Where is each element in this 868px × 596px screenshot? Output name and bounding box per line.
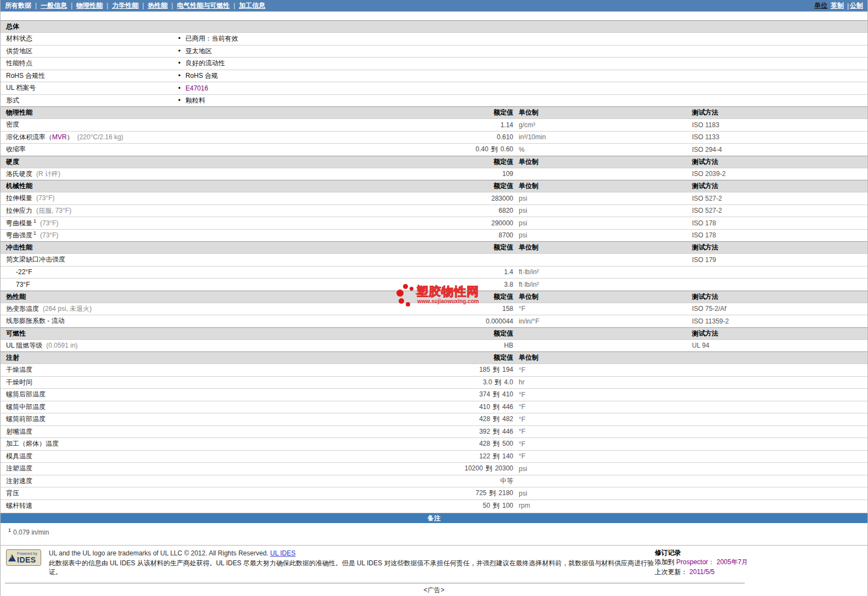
units-label[interactable]: 单位 [814, 1, 827, 10]
property-condition: (R 计秤) [36, 170, 60, 178]
col-header-unit: 单位制 [514, 181, 688, 191]
unit-cell: psi [514, 207, 688, 214]
nav-item-0[interactable]: 所有数据 [5, 2, 31, 9]
rated-value: 428 [479, 415, 490, 423]
rated-value-cell: 374到410 [456, 390, 514, 399]
rated-value: 0.000044 [486, 317, 513, 325]
property-label: 收缩率 [6, 145, 26, 153]
property-label-cell: 材料状态 [1, 34, 173, 43]
property-label: 热变形温度 [6, 305, 39, 313]
table-row: 材料状态•已商用：当前有效 [1, 32, 867, 45]
property-label: 加工（熔体）温度 [6, 440, 59, 447]
property-label: 螺筒前部温度 [6, 415, 46, 423]
property-label-cell: 注射速度 [1, 476, 456, 486]
section-title: 冲击性能 [1, 243, 456, 252]
property-label-cell: 螺筒中部温度 [1, 402, 456, 412]
unit-value: g/cm³ [519, 121, 535, 129]
table-row: 性能特点•良好的流动性 [1, 57, 867, 70]
nav-item-4[interactable]: 热性能 [148, 2, 168, 9]
property-label: 射嘴温度 [6, 428, 32, 435]
unit-value: % [519, 146, 525, 154]
col-header-value: 额定值 [456, 108, 514, 117]
property-label-cell: 注塑温度 [1, 464, 456, 473]
ul-ides-link[interactable]: UL IDES [270, 549, 296, 557]
notes-bar: 备注 [1, 513, 867, 523]
col-header-unit: 单位制 [514, 292, 688, 302]
rated-value-cell: 158 [456, 305, 514, 313]
footnote-text: 0.079 in/min [13, 529, 49, 536]
revision-added-line: 添加到 Prospector： 2005年7月 [655, 558, 863, 567]
property-label-cell: 干燥温度 [1, 365, 456, 374]
col-header-method: 测试方法 [688, 157, 867, 167]
property-value[interactable]: E47016 [185, 84, 208, 92]
range-to: 到 [493, 440, 500, 447]
property-label-cell: RoHS 合规性 [1, 71, 173, 81]
property-condition: (73°F) [40, 219, 58, 227]
test-method: ISO 11359-2 [692, 317, 729, 325]
rated-value-cell: 1.14 [456, 121, 514, 129]
rated-value-cell: 392到446 [456, 427, 514, 436]
rated-value-cell: 428到500 [456, 439, 514, 449]
property-link[interactable]: MVR [52, 133, 67, 141]
rated-value-max: 0.60 [501, 145, 513, 153]
property-label-cell: 干燥时间 [1, 378, 456, 387]
rated-value-cell: 109 [456, 170, 514, 178]
rated-value-cell: 283000 [456, 195, 514, 202]
property-value: RoHS 合规 [185, 72, 218, 80]
unit-cell: psi [514, 231, 688, 239]
table-row: 干燥温度185到194°F [1, 364, 867, 376]
unit-english[interactable]: 英制 [831, 1, 844, 10]
rated-value-max: 2180 [498, 489, 513, 497]
section-title: 热性能 [1, 292, 456, 302]
ides-logo[interactable]: i Powered by IDES [6, 549, 41, 566]
rated-value: 185 [479, 366, 490, 373]
rated-value-max: 4.0 [504, 378, 513, 386]
nav-item-3[interactable]: 力学性能 [112, 2, 138, 9]
col-header-unit: 单位制 [514, 353, 688, 362]
table-row: 供货地区•亚太地区 [1, 45, 867, 58]
nav-item-5[interactable]: 电气性能与可燃性 [177, 2, 230, 9]
test-method-cell: ISO 2039-2 [688, 170, 867, 178]
property-label-cell: 形式 [1, 96, 173, 105]
section-header: 热性能额定值单位制测试方法 [1, 291, 867, 303]
col-header-value: 额定值 [456, 292, 514, 302]
bullet-value-cell: •良好的流动性 [173, 59, 867, 68]
rated-value-max: 482 [502, 415, 513, 423]
page: 所有数据|一般信息|物理性能|力学性能|热性能|电气性能与可燃性|加工信息 单位… [0, 0, 868, 596]
table-row: 螺筒前部温度428到482°F [1, 413, 867, 425]
ad-divider [5, 583, 745, 583]
prospector-link[interactable]: Prospector： [676, 558, 714, 566]
table-row: 拉伸模量(73°F)283000psiISO 527-2 [1, 192, 867, 205]
test-method: ISO 527-2 [692, 195, 722, 202]
unit-value: psi [519, 207, 527, 214]
unit-cell: g/cm³ [514, 121, 688, 129]
footer: i Powered by IDES UL and the UL logo are… [1, 545, 867, 586]
test-method-cell: ISO 527-2 [688, 195, 867, 202]
col-header-value: 额定值 [456, 243, 514, 252]
revision-record: 修订记录 添加到 Prospector： 2005年7月 上次更新： 2011/… [655, 548, 863, 577]
bullet-icon: • [178, 35, 180, 42]
nav-item-1[interactable]: 一般信息 [41, 2, 67, 9]
property-label-cell: 螺筒后部温度 [1, 390, 456, 399]
rated-value: HB [504, 342, 513, 349]
test-method: ISO 294-4 [692, 146, 722, 154]
property-condition: (264 psi, 未退火) [43, 305, 92, 313]
bullet-icon: • [178, 97, 180, 104]
bullet-value-cell: •RoHS 合规 [173, 71, 867, 81]
unit-metric[interactable]: 公制 [850, 1, 863, 10]
table-row: 注射速度中等 [1, 475, 867, 487]
rated-value: 290000 [491, 219, 513, 227]
unit-cell: °F [514, 305, 688, 313]
footer-trademark-line: UL and the UL logo are trademarks of UL … [49, 549, 656, 557]
section-header: 冲击性能额定值单位制测试方法 [1, 241, 867, 253]
col-header-unit: 单位制 [514, 108, 688, 117]
col-header-method: 测试方法 [688, 243, 867, 252]
col-header-value: 额定值 [456, 329, 514, 338]
nav-item-2[interactable]: 物理性能 [76, 2, 103, 9]
property-label: ） [67, 133, 73, 141]
nav-item-6[interactable]: 加工信息 [239, 2, 265, 9]
test-method: ISO 178 [692, 231, 716, 239]
rated-value-cell: 185到194 [456, 365, 514, 374]
unit-value: psi [519, 465, 527, 473]
property-table: 总体材料状态•已商用：当前有效供货地区•亚太地区性能特点•良好的流动性RoHS … [1, 20, 867, 512]
